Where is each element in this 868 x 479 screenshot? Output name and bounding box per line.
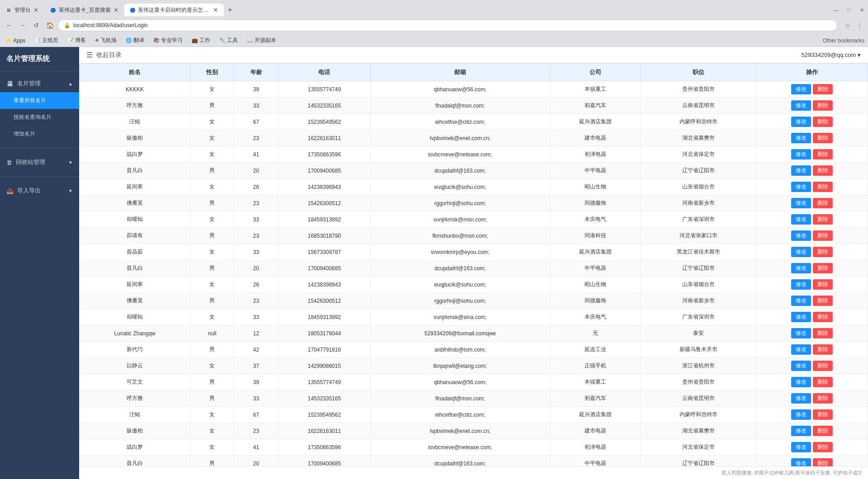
delete-button[interactable]: 删除	[813, 165, 833, 176]
cell-action: 修改删除	[756, 293, 868, 309]
edit-button[interactable]: 修改	[791, 149, 811, 160]
bookmark-work[interactable]: 💼 工作	[190, 36, 212, 45]
toggle-menu-button[interactable]: ☰	[86, 51, 93, 59]
delete-button[interactable]: 删除	[813, 247, 833, 257]
delete-button[interactable]: 删除	[813, 393, 833, 404]
sidebar-title: 名片管理系统	[0, 47, 79, 71]
edit-button[interactable]: 修改	[791, 117, 811, 127]
bookmark-translate[interactable]: 🌐 翻译	[124, 36, 146, 45]
cell-email: rggorhnjl@sohu.com;	[371, 195, 550, 211]
edit-button[interactable]: 修改	[791, 393, 811, 404]
edit-button[interactable]: 修改	[791, 458, 811, 466]
bookmark-opensource[interactable]: 📖 开源副本	[245, 36, 278, 45]
delete-button[interactable]: 删除	[813, 182, 833, 192]
delete-button[interactable]: 删除	[813, 214, 833, 225]
edit-button[interactable]: 修改	[791, 328, 811, 338]
breadcrumb[interactable]: 收起目录	[96, 51, 122, 59]
delete-button[interactable]: 删除	[813, 100, 833, 111]
other-bookmarks[interactable]: Other bookmarks	[823, 38, 864, 44]
delete-button[interactable]: 删除	[813, 279, 833, 290]
edit-button[interactable]: 修改	[791, 214, 811, 225]
cell-age: 20	[234, 260, 278, 277]
reload-button[interactable]: ↺	[31, 20, 42, 31]
edit-button[interactable]: 修改	[791, 247, 811, 257]
sidebar-item-search-by-name[interactable]: 按姓名查询名片	[0, 109, 79, 126]
flight-icon: ✈	[95, 38, 99, 43]
bookmark-star-icon[interactable]: ☆	[843, 20, 853, 30]
minimize-button[interactable]: —	[830, 4, 843, 16]
delete-button[interactable]: 删除	[813, 149, 833, 160]
edit-button[interactable]: 修改	[791, 377, 811, 387]
bookmark-apps[interactable]: ⭐ Apps	[4, 37, 27, 45]
table-row: Lunatic Zhangqwnull121805317604452933420…	[80, 325, 868, 342]
delete-button[interactable]: 删除	[813, 117, 833, 127]
cell-phone: 17350863596	[278, 439, 371, 456]
cell-gender: 男	[190, 228, 234, 244]
cell-gender: 女	[190, 211, 234, 228]
edit-button[interactable]: 修改	[791, 361, 811, 371]
delete-button[interactable]: 删除	[813, 328, 833, 338]
delete-button[interactable]: 删除	[813, 84, 833, 94]
browser-tab-1[interactable]: 🖥 管理台 ✕	[0, 4, 44, 16]
edit-button[interactable]: 修改	[791, 344, 811, 355]
tab2-close[interactable]: ✕	[113, 6, 119, 14]
browser-tab-3[interactable]: 🔵 英伟达显卡启动时的显示怎么设置 ✕	[124, 4, 224, 16]
edit-button[interactable]: 修改	[791, 279, 811, 290]
tab2-favicon: 🔵	[50, 7, 56, 13]
tab1-close[interactable]: ✕	[33, 6, 39, 14]
edit-button[interactable]: 修改	[791, 84, 811, 94]
back-button[interactable]: ←	[4, 20, 14, 31]
sidebar-item-export[interactable]: 📤 导入导出 ▼	[0, 182, 79, 199]
edit-button[interactable]: 修改	[791, 133, 811, 143]
forward-button[interactable]: →	[17, 20, 28, 31]
sidebar-item-add-card[interactable]: 增加名片	[0, 126, 79, 142]
browser-tab-2[interactable]: 🔵 英伟达显卡_百度搜索 ✕	[44, 4, 124, 16]
delete-button[interactable]: 删除	[813, 263, 833, 273]
delete-button[interactable]: 删除	[813, 198, 833, 208]
edit-button[interactable]: 修改	[791, 165, 811, 176]
delete-button[interactable]: 删除	[813, 133, 833, 143]
tab3-close[interactable]: ✕	[213, 6, 218, 14]
edit-button[interactable]: 修改	[791, 263, 811, 273]
delete-button[interactable]: 删除	[813, 296, 833, 306]
delete-button[interactable]: 删除	[813, 230, 833, 241]
edit-button[interactable]: 修改	[791, 409, 811, 420]
edit-button[interactable]: 修改	[791, 100, 811, 111]
browser-menu-icon[interactable]: ⋮	[854, 20, 864, 30]
cell-phone: 16226163011	[278, 423, 371, 439]
delete-button[interactable]: 删除	[813, 426, 833, 436]
delete-button[interactable]: 删除	[813, 409, 833, 420]
cell-position: 山东省烟台市	[641, 179, 756, 195]
bookmark-mainpage[interactable]: 📑 主线页	[33, 36, 60, 45]
sidebar-item-recycle[interactable]: 🗑 回收站管理 ▼	[0, 154, 79, 171]
edit-button[interactable]: 修改	[791, 312, 811, 322]
edit-button[interactable]: 修改	[791, 230, 811, 241]
user-menu[interactable]: 529334209@qq.com ▾	[801, 52, 861, 58]
home-button[interactable]: 🏠	[44, 20, 55, 31]
maximize-button[interactable]: □	[843, 4, 855, 16]
sidebar-item-view-all[interactable]: 查看所有名片	[0, 92, 79, 109]
delete-button[interactable]: 删除	[813, 361, 833, 371]
edit-button[interactable]: 修改	[791, 182, 811, 192]
delete-button[interactable]: 删除	[813, 312, 833, 322]
close-button[interactable]: ✕	[855, 4, 868, 16]
table-row: 昔凡白男2017009400685dcupdaihf@163.com;中平电器辽…	[80, 163, 868, 179]
edit-button[interactable]: 修改	[791, 198, 811, 208]
edit-button[interactable]: 修改	[791, 296, 811, 306]
bookmark-study[interactable]: 📚 专业学习	[151, 36, 184, 45]
sidebar-item-card-management[interactable]: 📇 名片管理 ▲	[0, 75, 79, 92]
edit-button[interactable]: 修改	[791, 426, 811, 436]
bookmark-flight[interactable]: ✈ 飞机场	[93, 36, 118, 45]
delete-button[interactable]: 删除	[813, 458, 833, 466]
bookmark-tools[interactable]: 🔧 工具	[217, 36, 240, 45]
new-tab-button[interactable]: +	[224, 4, 236, 16]
delete-button[interactable]: 删除	[813, 377, 833, 387]
cell-name: 茆请有	[80, 228, 190, 244]
address-bar[interactable]: 🔒 localhost:8899/Adad/userLogin	[58, 19, 837, 31]
edit-button[interactable]: 修改	[791, 442, 811, 452]
table-row: 纵傲柏女2316226163011lvpbvimek@enet.com.cn;建…	[80, 130, 868, 146]
bookmark-blog[interactable]: 📝 博客	[66, 36, 88, 45]
cell-action: 修改删除	[756, 146, 868, 163]
delete-button[interactable]: 删除	[813, 344, 833, 355]
delete-button[interactable]: 删除	[813, 442, 833, 452]
